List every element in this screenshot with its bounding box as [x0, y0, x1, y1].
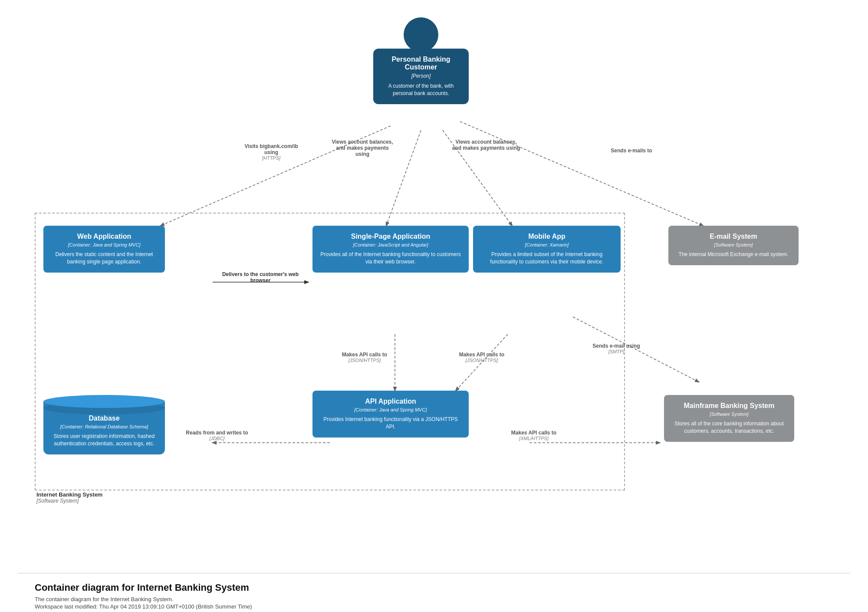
boundary-label: Internet Banking System [Software System… — [36, 491, 102, 504]
database-card: Database [Container: Relational Database… — [43, 395, 165, 454]
web-app-description: Delivers the static content and the Inte… — [50, 251, 158, 266]
arrow-label-visits: Visits bigbank.com/ib using [HTTPS] — [239, 143, 304, 161]
arrow-label-views2: Views account balances, and makes paymen… — [451, 139, 521, 151]
person-description: A customer of the bank, with personal ba… — [382, 82, 460, 97]
arrow-label-reads-writes: Reads from and writes to [JDBC] — [180, 430, 254, 441]
mobile-app-title: Mobile App — [480, 233, 614, 240]
mobile-app-stereotype: [Container: Xamarin] — [480, 242, 614, 247]
db-stereotype: [Container: Relational Database Schema] — [50, 424, 158, 429]
email-system-title: E-mail System — [675, 233, 792, 240]
email-system-description: The internal Microsoft Exchange e-mail s… — [675, 251, 792, 258]
api-app-card: API Application [Container: Java and Spr… — [312, 391, 469, 438]
person-section: Personal Banking Customer [Person] A cus… — [373, 17, 469, 104]
footer-title: Container diagram for Internet Banking S… — [35, 582, 833, 593]
arrow-label-sends-email: Sends e-mails to — [603, 148, 660, 154]
footer-description: The container diagram for the Internet B… — [35, 596, 833, 602]
arrow-label-smtp: Sends e-mail using [SMTP] — [582, 343, 651, 354]
person-title: Personal Banking Customer — [382, 56, 460, 71]
api-app-stereotype: [Container: Java and Spring MVC] — [319, 407, 462, 412]
spa-stereotype: [Container: JavaScript and Angular] — [319, 242, 462, 247]
arrow-label-views1: Views account balances, and makes paymen… — [330, 139, 395, 157]
arrow-label-api3: Makes API calls to [XML/HTTPS] — [490, 430, 577, 441]
web-application-card: Web Application [Container: Java and Spr… — [43, 226, 165, 273]
email-system-card: E-mail System [Software System] The inte… — [668, 226, 799, 265]
mainframe-card: Mainframe Banking System [Software Syste… — [664, 395, 794, 442]
person-stereotype: [Person] — [382, 73, 460, 79]
footer-section: Container diagram for Internet Banking S… — [17, 573, 851, 612]
mainframe-stereotype: [Software System] — [671, 411, 787, 417]
footer-workspace: Workspace last modified: Thu Apr 04 2019… — [35, 603, 833, 610]
api-app-title: API Application — [319, 398, 462, 405]
spa-card: Single-Page Application [Container: Java… — [312, 226, 469, 273]
db-title: Database — [50, 415, 158, 422]
web-app-stereotype: [Container: Java and Spring MVC] — [50, 242, 158, 247]
arrow-label-api1: Makes API calls to [JSON/HTTPS] — [330, 352, 399, 363]
spa-description: Provides all of the Internet banking fun… — [319, 251, 462, 266]
diagram-area: Personal Banking Customer [Person] A cus… — [17, 13, 851, 556]
email-system-stereotype: [Software System] — [675, 242, 792, 247]
mainframe-title: Mainframe Banking System — [671, 402, 787, 410]
mobile-app-description: Provides a limited subset of the Interne… — [480, 251, 614, 266]
api-app-description: Provides Internet banking functionality … — [319, 416, 462, 431]
person-card: Personal Banking Customer [Person] A cus… — [373, 49, 469, 104]
svg-line-3 — [460, 122, 703, 226]
person-icon — [404, 17, 438, 52]
arrow-label-api2: Makes API calls to [JSON/HTTPS] — [447, 352, 516, 363]
mobile-app-card: Mobile App [Container: Xamarin] Provides… — [473, 226, 621, 273]
web-app-title: Web Application — [50, 233, 158, 240]
diagram-container: Personal Banking Customer [Person] A cus… — [0, 0, 868, 612]
spa-title: Single-Page Application — [319, 233, 462, 240]
arrow-label-delivers: Delivers to the customer's web browser — [215, 271, 306, 283]
mainframe-description: Stores all of the core banking informati… — [671, 420, 787, 435]
db-description: Stores user registration information, ha… — [50, 433, 158, 447]
